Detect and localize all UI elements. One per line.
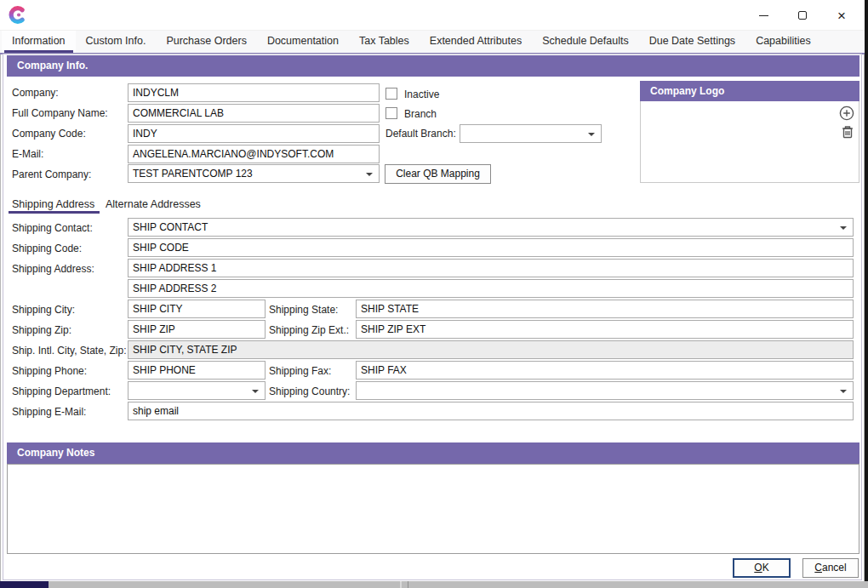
shipping-code-label: Shipping Code:: [12, 243, 82, 254]
clear-qb-mapping-button[interactable]: Clear QB Mapping: [385, 164, 491, 184]
ok-rest: K: [762, 562, 769, 574]
titlebar: ×: [0, 0, 865, 31]
shipping-address-label: Shipping Address:: [12, 263, 94, 275]
minimize-button[interactable]: [744, 0, 783, 31]
window-controls: ×: [744, 0, 861, 31]
default-branch-label: Default Branch:: [385, 128, 456, 140]
company-info-window: × Information Custom Info. Purchase Orde…: [0, 0, 868, 588]
tab-information[interactable]: Information: [2, 31, 76, 53]
company-notes-header: Company Notes: [7, 442, 859, 464]
chevron-down-icon: [252, 390, 259, 393]
shipping-department-combobox[interactable]: [128, 381, 266, 400]
delete-logo-button[interactable]: [840, 124, 855, 140]
ship-intl-label: Ship. Intl. City, State, Zip:: [12, 345, 127, 357]
company-input[interactable]: [128, 83, 380, 102]
shipping-contact-label: Shipping Contact:: [12, 222, 93, 234]
tab-due-date-settings[interactable]: Due Date Settings: [639, 31, 745, 53]
tab-tax-tables[interactable]: Tax Tables: [349, 31, 420, 53]
tab-purchase-orders[interactable]: Purchase Orders: [156, 31, 256, 53]
app-logo-icon: [7, 4, 28, 26]
cancel-key: C: [814, 562, 822, 574]
company-code-label: Company Code:: [12, 128, 86, 140]
company-logo-panel: [640, 101, 859, 183]
shipping-fax-label: Shipping Fax:: [269, 365, 331, 377]
tab-alternate-addresses[interactable]: Alternate Addresses: [106, 196, 201, 214]
parent-company-value: TEST PARENTCOMP 123: [133, 168, 253, 180]
shipping-contact-value: SHIP CONTACT: [133, 221, 208, 233]
taskbar-strip[interactable]: [0, 581, 868, 588]
default-branch-combobox[interactable]: [460, 124, 602, 143]
shipping-zip-input[interactable]: [128, 320, 266, 339]
minimize-icon: [759, 15, 768, 16]
maximize-icon: [798, 11, 807, 20]
shipping-zip-ext-label: Shipping Zip Ext.:: [269, 324, 349, 336]
close-button[interactable]: ×: [822, 0, 861, 31]
full-company-name-input[interactable]: [128, 104, 380, 123]
tab-extended-attributes[interactable]: Extended Attributes: [420, 31, 532, 53]
branch-label: Branch: [404, 108, 437, 120]
shipping-city-input[interactable]: [128, 300, 266, 318]
tab-capabilities[interactable]: Capabilities: [745, 31, 821, 53]
chevron-down-icon: [840, 390, 847, 393]
shipping-phone-label: Shipping Phone:: [12, 365, 87, 377]
cancel-button[interactable]: Cancel: [802, 558, 859, 578]
shipping-zip-label: Shipping Zip:: [12, 324, 71, 336]
email-label: E-Mail:: [12, 148, 43, 160]
shipping-phone-input[interactable]: [128, 361, 266, 380]
parent-company-label: Parent Company:: [12, 168, 91, 180]
shipping-address1-input[interactable]: [128, 259, 854, 277]
ok-key: O: [754, 562, 762, 574]
company-notes-input[interactable]: [7, 464, 859, 554]
ship-intl-input: [128, 340, 854, 359]
chevron-down-icon: [366, 173, 373, 176]
shipping-email-label: Shipping E-Mail:: [12, 406, 86, 418]
cancel-rest: ancel: [822, 562, 847, 574]
shipping-address2-input[interactable]: [128, 279, 854, 298]
company-info-header: Company Info.: [7, 55, 859, 77]
shipping-contact-combobox[interactable]: SHIP CONTACT: [128, 218, 854, 237]
shipping-state-input[interactable]: [356, 300, 854, 318]
chevron-down-icon: [588, 133, 595, 136]
chevron-down-icon: [840, 226, 847, 230]
full-company-name-label: Full Company Name:: [12, 107, 108, 119]
close-icon: ×: [837, 9, 846, 23]
shipping-code-input[interactable]: [128, 238, 854, 257]
tab-schedule-defaults[interactable]: Schedule Defaults: [532, 31, 638, 53]
company-code-input[interactable]: [128, 124, 380, 143]
shipping-fax-input[interactable]: [356, 361, 854, 380]
shipping-zip-ext-input[interactable]: [356, 320, 854, 339]
main-tabstrip: Information Custom Info. Purchase Orders…: [0, 31, 865, 53]
shipping-country-combobox[interactable]: [356, 381, 854, 400]
taskbar-separator: [408, 581, 408, 588]
shipping-email-input[interactable]: [128, 402, 854, 420]
tab-custom-info[interactable]: Custom Info.: [76, 31, 157, 53]
window-border-left: [0, 31, 1, 581]
subtab-underline: [9, 211, 100, 214]
screen-edge: [865, 0, 868, 581]
branch-checkbox[interactable]: [385, 107, 397, 119]
maximize-button[interactable]: [783, 0, 822, 31]
tab-documentation[interactable]: Documentation: [257, 31, 349, 53]
shipping-department-label: Shipping Department:: [12, 385, 111, 397]
company-logo-header: Company Logo: [640, 81, 859, 101]
shipping-city-label: Shipping City:: [12, 304, 75, 316]
email-input[interactable]: [128, 145, 380, 163]
company-label: Company:: [12, 87, 59, 99]
shipping-country-label: Shipping Country:: [269, 385, 350, 397]
taskbar-separator: [400, 581, 402, 588]
window-border-right: [864, 31, 865, 581]
ok-button[interactable]: OK: [733, 558, 791, 578]
add-logo-button[interactable]: [839, 106, 854, 121]
inactive-label: Inactive: [404, 88, 439, 100]
parent-company-combobox[interactable]: TEST PARENTCOMP 123: [128, 164, 380, 183]
inactive-checkbox[interactable]: [385, 88, 397, 100]
shipping-state-label: Shipping State:: [269, 304, 338, 316]
taskbar-accent: [0, 581, 49, 588]
